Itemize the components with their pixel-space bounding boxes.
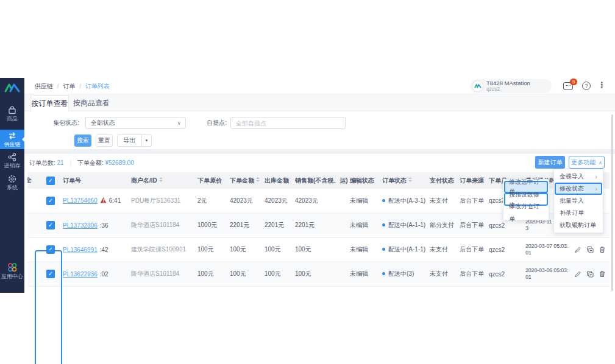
package-status-select[interactable]: 全部状态 ∨ — [85, 117, 186, 129]
export-button-group: 导出 ▾ — [117, 135, 152, 147]
orig-price-cell: 100元 — [196, 237, 229, 262]
order-count-label: 订单总数: — [29, 159, 55, 166]
avatar — [472, 80, 483, 92]
source-cell: 后台下单 — [458, 237, 488, 262]
export-caret-icon[interactable]: ▾ — [141, 135, 151, 146]
sort-icon[interactable] — [408, 177, 412, 182]
status-dot-icon — [382, 272, 385, 275]
more-options-icon[interactable]: ⋮ — [598, 80, 606, 89]
sort-icon[interactable] — [256, 177, 260, 182]
merchant-cell: 隆华酒店S101184 — [130, 262, 196, 286]
pickup-point-input[interactable] — [230, 117, 346, 129]
order-number-link[interactable]: PL13732306 — [63, 222, 98, 229]
row-checkbox[interactable] — [46, 221, 55, 229]
order-number-link[interactable]: PL13646991 — [63, 247, 98, 253]
out-amount-cell: 2201元 — [263, 213, 294, 237]
help-icon[interactable]: ? — [582, 82, 591, 90]
export-button[interactable]: 导出 — [118, 135, 141, 146]
order-time-fragment: :42 — [100, 247, 108, 253]
delete-icon[interactable] — [599, 246, 606, 253]
source-cell: 后台下单 — [458, 213, 488, 237]
delete-icon[interactable] — [599, 270, 606, 278]
copy-order-icon[interactable] — [586, 246, 594, 253]
sidebar-item-inventory[interactable]: 进销存 — [0, 152, 24, 169]
edit-status-cell: 未编辑 — [349, 237, 381, 262]
order-time-fragment: :36 — [100, 222, 108, 229]
app-window: 商品 供应链 进销存 — [0, 78, 615, 293]
merchant-cell: PDU餐厅S136331 — [130, 189, 196, 213]
supply-chain-icon — [0, 131, 24, 141]
submenu-item-modify-split-warehouse-order[interactable]: 修改分仓订单 — [503, 206, 549, 219]
sort-icon[interactable] — [159, 177, 163, 182]
orig-price-cell: 2元 — [196, 189, 229, 213]
row-checkbox[interactable] — [46, 245, 55, 254]
app-logo-icon[interactable] — [4, 82, 20, 96]
modify-status-submenu: 修改选中订单 按预设数修改 修改分仓订单 — [503, 179, 549, 220]
tab-by-product[interactable]: 按商品查看 — [72, 95, 111, 111]
package-status-value: 全部状态 — [91, 119, 115, 126]
out-amount-cell: 100元 — [263, 262, 294, 286]
edit-status-cell: 未编辑 — [349, 189, 381, 213]
notification-badge: 5 — [570, 79, 577, 85]
sidebar-item-system[interactable]: 系统 — [0, 174, 24, 191]
sidebar-item-supply-chain[interactable]: 供应链 — [0, 130, 24, 149]
new-order-button[interactable]: 新建订单 — [535, 156, 565, 169]
copy-order-icon[interactable] — [586, 270, 594, 278]
col-merchant[interactable]: 商户名/ID — [130, 172, 196, 189]
orig-price-cell: 1000元 — [196, 213, 229, 237]
more-functions-label: 更多功能 — [571, 159, 595, 166]
col-order-amount[interactable]: 下单金额 — [229, 172, 263, 189]
reset-button[interactable]: 重置 — [96, 135, 113, 147]
sales-cell: 42023元 — [294, 189, 349, 213]
section-divider — [24, 149, 615, 154]
sidebar-item-app-center[interactable]: 应用中心 — [0, 262, 24, 280]
breadcrumb-supply-chain[interactable]: 供应链 — [35, 83, 53, 89]
source-cell: 后台下单 — [458, 262, 488, 286]
menu-item-batch-import[interactable]: 批量导入 — [554, 195, 603, 207]
edit-icon[interactable] — [574, 246, 581, 253]
edit-icon[interactable] — [574, 270, 581, 278]
inventory-share-icon — [0, 152, 24, 162]
status-dot-icon — [382, 248, 385, 251]
sidebar: 商品 供应链 进销存 — [0, 78, 24, 293]
app-center-icon — [0, 262, 24, 273]
breadcrumb-separator: / — [57, 83, 59, 89]
tab-by-order[interactable]: 按订单查看 — [30, 95, 69, 111]
user-account[interactable]: T8428 MAstation qzcs2 — [470, 79, 552, 93]
pay-status-cell: 未支付 — [428, 237, 458, 262]
row-checkbox[interactable] — [46, 270, 55, 278]
search-button[interactable]: 搜索 — [74, 135, 91, 147]
menu-item-supplement-order[interactable]: 补录订单 — [554, 207, 603, 219]
operator-cell: qzcs2 — [488, 262, 524, 286]
more-functions-button[interactable]: 更多功能 ∧ — [569, 156, 605, 169]
breadcrumb-separator: / — [79, 83, 81, 89]
order-number-link[interactable]: PL13754860 — [63, 197, 98, 204]
menu-item-kingdee-import[interactable]: 金蝶导入› — [554, 170, 603, 183]
chevron-up-icon: ∧ — [599, 160, 602, 166]
vertical-scrollbar[interactable] — [611, 114, 613, 291]
tab-bar: 按订单查看 按商品查看 — [24, 94, 615, 111]
col-order-status[interactable]: 订单状态 — [381, 172, 428, 189]
merchant-cell: 建筑学院倮S100901 — [130, 237, 196, 262]
summary-divider: | — [69, 159, 71, 166]
col-orig-price: 下单原价 — [196, 172, 229, 189]
col-pay-status: 支付状态 — [428, 172, 458, 189]
breadcrumb-orders[interactable]: 订单 — [63, 83, 75, 89]
sidebar-item-label: 应用中心 — [0, 273, 24, 280]
order-amount-cell: 42023元 — [229, 189, 263, 213]
operator-cell: qzcs2 — [488, 237, 524, 262]
menu-item-fetch-yinbao-orders[interactable]: 获取银豹订单 — [554, 219, 603, 231]
sidebar-item-goods[interactable]: 商品 — [0, 105, 24, 122]
gear-icon — [0, 174, 24, 184]
menu-item-modify-status[interactable]: 修改状态› — [555, 183, 602, 195]
edit-status-cell: 未编辑 — [349, 262, 381, 286]
order-number-link[interactable]: PL13622936 — [63, 271, 98, 278]
user-subname: qzcs2 — [486, 86, 530, 92]
row-checkbox[interactable] — [46, 197, 55, 205]
filter-section: 集包状态: 全部状态 ∨ 自提点: 搜索 重置 导出 ▾ — [24, 111, 615, 149]
status-dot-icon — [382, 223, 385, 226]
breadcrumb: 供应链 / 订单 / 订单列表 — [35, 82, 110, 91]
order-status-cell: 配送中(A-1-1) — [381, 237, 428, 262]
select-all-checkbox[interactable] — [46, 177, 55, 185]
order-amount-cell: 100元 — [229, 262, 263, 286]
